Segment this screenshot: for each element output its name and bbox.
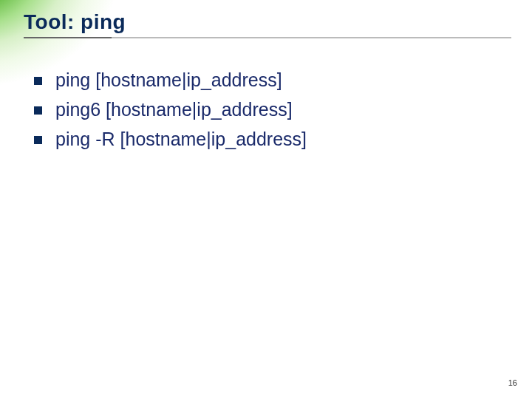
square-bullet-icon xyxy=(34,136,42,144)
list-item: ping -R [hostname|ip_address] xyxy=(34,127,502,152)
square-bullet-icon xyxy=(34,106,42,115)
list-item: ping [hostname|ip_address] xyxy=(34,68,502,93)
bullet-list: ping [hostname|ip_address] ping6 [hostna… xyxy=(34,68,502,151)
bullet-text: ping -R [hostname|ip_address] xyxy=(55,127,307,152)
title-area: Tool: ping xyxy=(24,10,514,38)
bullet-text: ping [hostname|ip_address] xyxy=(55,68,282,93)
slide-title: Tool: ping xyxy=(24,10,514,34)
list-item: ping6 [hostname|ip_address] xyxy=(34,98,502,123)
content-area: ping [hostname|ip_address] ping6 [hostna… xyxy=(34,68,502,156)
title-underline xyxy=(24,37,511,38)
slide: Tool: ping ping [hostname|ip_address] pi… xyxy=(0,0,532,399)
page-number: 16 xyxy=(508,378,517,387)
square-bullet-icon xyxy=(34,77,42,85)
bullet-text: ping6 [hostname|ip_address] xyxy=(55,98,293,123)
